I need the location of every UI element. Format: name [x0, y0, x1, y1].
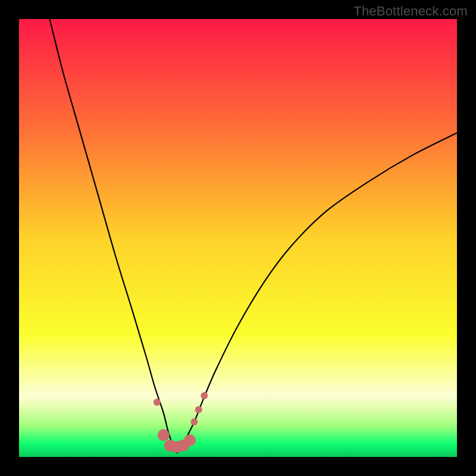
trough-marker [154, 399, 161, 406]
bottleneck-chart [19, 19, 457, 457]
gradient-background [19, 19, 457, 457]
trough-marker [190, 418, 198, 425]
plot-area [19, 19, 457, 457]
chart-frame: TheBottleneck.com [0, 0, 476, 476]
watermark-text: TheBottleneck.com [353, 4, 468, 19]
trough-marker [158, 429, 170, 441]
trough-marker [201, 392, 208, 399]
trough-marker [184, 434, 196, 446]
trough-marker [195, 406, 202, 414]
